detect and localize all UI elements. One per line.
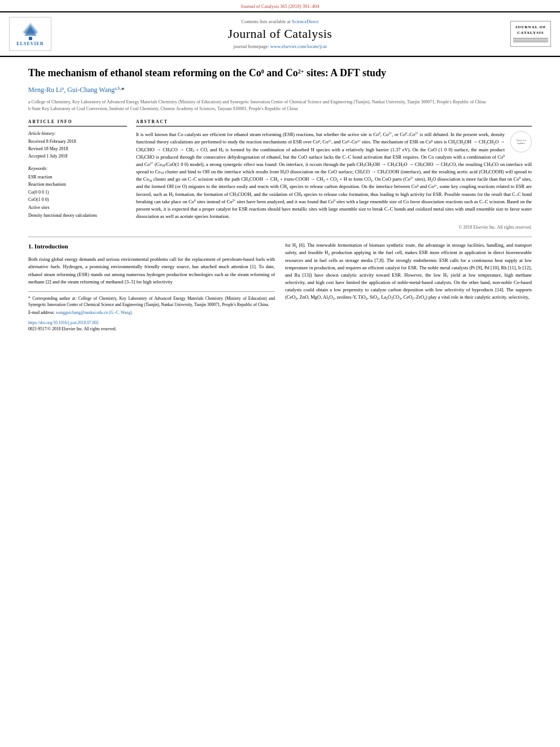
body-col-right: for H2 [6]. The renewable fermentation o…	[285, 242, 532, 332]
email-link[interactable]: wangguichang@nankai.edu.cn (G.-C. Wang).	[56, 310, 133, 315]
abstract-section: ABSTRACT Check forupdates It is well kno…	[136, 119, 532, 230]
abstract-heading: ABSTRACT	[136, 119, 532, 126]
authors: Meng-Ru Lia, Gui-Chang Wanga,b,*	[28, 86, 532, 94]
affiliation-b: b State Key Laboratory of Coal Conversio…	[28, 106, 532, 112]
homepage-url[interactable]: www.elsevier.com/locate/jcat	[270, 43, 327, 49]
doi-link[interactable]: https://doi.org/10.1016/j.jcat.2018.07.0…	[28, 320, 275, 326]
section1-title: 1. Introduction	[28, 242, 275, 251]
sciencedirect-line: Contents lists available at ScienceDirec…	[60, 19, 500, 24]
page-wrapper: Journal of Catalysis 365 (2018) 391–404 …	[0, 0, 560, 341]
journal-title: Journal of Catalysis	[60, 27, 500, 41]
article-info-abstract: ARTICLE INFO Article history: Received 8…	[28, 119, 532, 230]
body-two-col: 1. Introduction Both rising global energ…	[28, 242, 532, 332]
footnote-section: * Corresponding author at: College of Ch…	[28, 291, 275, 332]
abstract-text: It is well known that Co catalysts are e…	[136, 131, 532, 220]
section1-text1: Both rising global energy demands and se…	[28, 256, 275, 286]
elsevier-tree-icon	[16, 21, 45, 41]
check-updates-badge: Check forupdates	[510, 131, 532, 152]
keyword-4: CoO(1 0 0)	[28, 196, 127, 204]
elsevier-name: ELSEVIER	[16, 41, 43, 46]
journal-box-label: JOURNAL OF CATALYSIS	[513, 25, 548, 36]
journal-header-center: Contents lists available at ScienceDirec…	[60, 19, 500, 49]
keywords-section: Keywords: ESR reaction Reaction mechanis…	[28, 166, 127, 220]
journal-header: ELSEVIER Contents lists available at Sci…	[0, 12, 560, 56]
issn-line: 0021-9517/© 2018 Elsevier Inc. All right…	[28, 326, 275, 332]
keyword-6: Density functional theory calculations	[28, 212, 127, 220]
journal-box: JOURNAL OF CATALYSIS	[510, 21, 551, 47]
journal-homepage: journal homepage: www.elsevier.com/locat…	[60, 43, 500, 49]
keyword-1: ESR reaction	[28, 173, 127, 181]
check-updates: Check forupdates	[510, 131, 532, 152]
journal-citation: Journal of Catalysis 365 (2018) 391–404	[240, 3, 319, 9]
article-info-heading: ARTICLE INFO	[28, 119, 127, 126]
keyword-2: Reaction mechanism	[28, 181, 127, 189]
journal-box-decoration	[513, 38, 548, 42]
revised-date: Revised 18 May 2018	[28, 146, 127, 153]
keyword-3: Co(0 0 0 1)	[28, 189, 127, 196]
footnote-corresponding: * Corresponding author at: College of Ch…	[28, 295, 275, 308]
keywords-label: Keywords:	[28, 166, 127, 171]
affiliation-a: a College of Chemistry, Key Laboratory o…	[28, 99, 532, 106]
history-label: Article history:	[28, 131, 127, 136]
body-content: 1. Introduction Both rising global energ…	[28, 237, 532, 332]
section1-text2: for H2 [6]. The renewable fermentation o…	[285, 242, 532, 301]
article-info-section: ARTICLE INFO Article history: Received 8…	[28, 119, 127, 230]
keyword-5: Active sites	[28, 204, 127, 212]
affiliations: a College of Chemistry, Key Laboratory o…	[28, 99, 532, 112]
journal-top-bar: Journal of Catalysis 365 (2018) 391–404	[0, 0, 560, 12]
copyright: © 2018 Elsevier Inc. All rights reserved…	[136, 225, 532, 230]
body-col-left: 1. Introduction Both rising global energ…	[28, 242, 275, 332]
article-area: The mechanism of ethanol steam reforming…	[0, 57, 560, 341]
elsevier-box: ELSEVIER	[9, 17, 51, 51]
paper-title: The mechanism of ethanol steam reforming…	[28, 66, 532, 80]
accepted-date: Accepted 1 July 2018	[28, 153, 127, 160]
footnote-email: E-mail address: wangguichang@nankai.edu.…	[28, 309, 275, 316]
received-date: Received 8 February 2018	[28, 138, 127, 146]
sciencedirect-link[interactable]: ScienceDirect	[292, 19, 319, 24]
journal-logo-right: JOURNAL OF CATALYSIS	[506, 21, 551, 47]
elsevier-logo: ELSEVIER	[9, 17, 54, 51]
